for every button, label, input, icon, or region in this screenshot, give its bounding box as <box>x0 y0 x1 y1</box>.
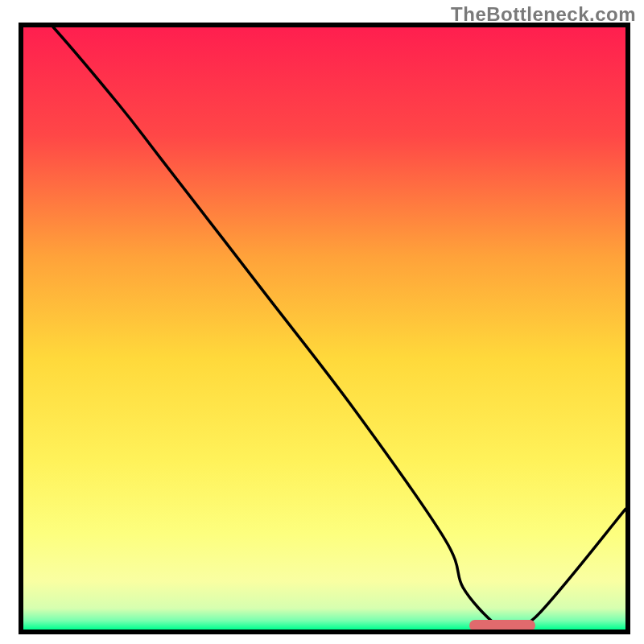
curve-layer <box>23 27 625 630</box>
bottleneck-curve <box>23 27 625 628</box>
optimal-range-marker <box>469 620 535 631</box>
plot-frame <box>19 23 630 634</box>
chart-stage: TheBottleneck.com <box>0 0 644 644</box>
